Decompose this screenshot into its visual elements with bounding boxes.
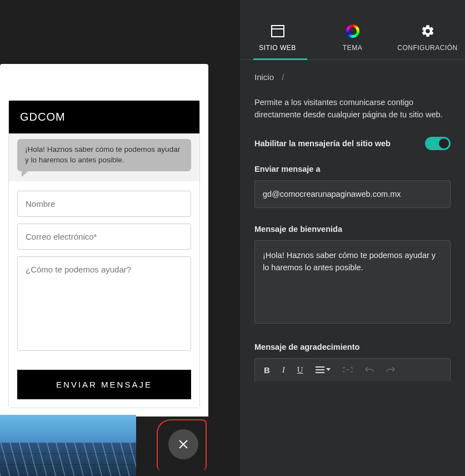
panel-body: Inicio / Permite a los visitantes comuni… (240, 60, 465, 476)
welcome-message-textarea[interactable] (254, 240, 451, 324)
welcome-bubble-area: ¡Hola! Haznos saber cómo te podemos ayud… (9, 133, 199, 181)
undo-icon (365, 366, 374, 374)
link-icon (343, 367, 353, 373)
tab-website-label: SITIO WEB (259, 44, 296, 52)
enable-messaging-toggle[interactable] (425, 137, 451, 150)
chevron-down-icon (326, 368, 331, 371)
svg-rect-0 (272, 26, 284, 37)
panel-description: Permite a los visitantes comunicarse con… (254, 96, 451, 121)
welcome-message-block: Mensaje de bienvenida (254, 225, 451, 326)
settings-panel: SITIO WEB TEMA CONFIGURACIÓN Inicio / Pe… (240, 0, 465, 476)
rte-bold-button[interactable]: B (264, 365, 270, 375)
breadcrumb[interactable]: Inicio / (254, 72, 451, 82)
theme-icon (346, 24, 360, 38)
gear-icon (421, 24, 435, 38)
chat-header-title: GDCOM (9, 101, 199, 133)
rte-redo-button[interactable] (386, 366, 395, 374)
chat-close-button[interactable] (168, 429, 198, 459)
background-image (0, 415, 136, 476)
website-preview: GDCOM ¡Hola! Haznos saber cómo te podemo… (0, 0, 240, 476)
close-icon (178, 439, 188, 449)
email-input[interactable] (17, 224, 191, 250)
help-textarea[interactable] (17, 256, 191, 351)
rte-underline-button[interactable]: U (297, 365, 303, 375)
chat-widget: GDCOM ¡Hola! Haznos saber cómo te podemo… (8, 100, 200, 408)
tab-config[interactable]: CONFIGURACIÓN (390, 24, 465, 60)
name-input[interactable] (17, 191, 191, 217)
rte-italic-button[interactable]: I (282, 365, 285, 375)
enable-messaging-label: Habilitar la mensajería del sitio web (254, 139, 391, 148)
tab-config-label: CONFIGURACIÓN (397, 44, 458, 52)
rte-list-button[interactable] (316, 366, 331, 373)
send-message-button[interactable]: ENVIAR MENSAJE (17, 370, 191, 399)
welcome-message-label: Mensaje de bienvenida (254, 225, 451, 234)
enable-messaging-row: Habilitar la mensajería del sitio web (254, 137, 451, 150)
breadcrumb-separator: / (282, 72, 284, 82)
chat-form: ENVIAR MENSAJE (9, 181, 199, 408)
rte-undo-button[interactable] (365, 366, 374, 374)
send-to-label: Enviar mensaje a (254, 165, 451, 173)
send-to-input[interactable] (254, 180, 451, 208)
send-to-block: Enviar mensaje a (254, 165, 451, 208)
rich-text-toolbar: B I U (254, 358, 451, 381)
tab-theme-label: TEMA (343, 44, 362, 52)
thanks-message-block: Mensaje de agradecimiento B I U (254, 343, 451, 381)
active-tab-indicator (253, 58, 307, 60)
website-icon (271, 24, 285, 38)
list-icon (316, 366, 324, 373)
tab-website[interactable]: SITIO WEB (240, 24, 315, 60)
tab-theme[interactable]: TEMA (315, 24, 390, 60)
redo-icon (386, 366, 395, 374)
preview-card: GDCOM ¡Hola! Haznos saber cómo te podemo… (0, 64, 208, 416)
breadcrumb-home[interactable]: Inicio (254, 72, 274, 82)
thanks-message-label: Mensaje de agradecimiento (254, 343, 451, 351)
panel-tabs: SITIO WEB TEMA CONFIGURACIÓN (240, 0, 465, 60)
welcome-bubble-text: ¡Hola! Haznos saber cómo te podemos ayud… (17, 139, 191, 171)
rte-link-button[interactable] (343, 367, 353, 373)
